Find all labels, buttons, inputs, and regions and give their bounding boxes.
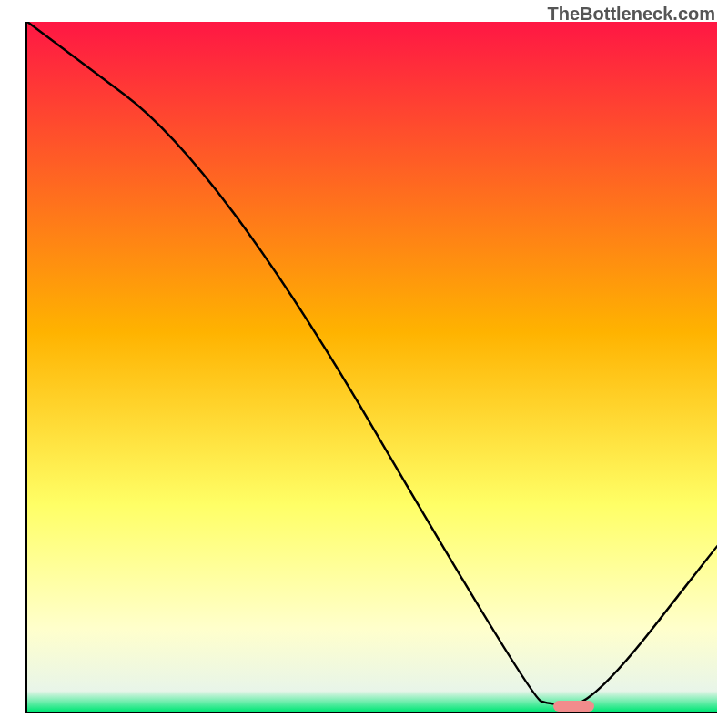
- chart-curve: [27, 22, 717, 712]
- chart-container: [25, 22, 717, 713]
- watermark-text: TheBottleneck.com: [548, 4, 715, 25]
- optimal-range-marker: [553, 701, 595, 712]
